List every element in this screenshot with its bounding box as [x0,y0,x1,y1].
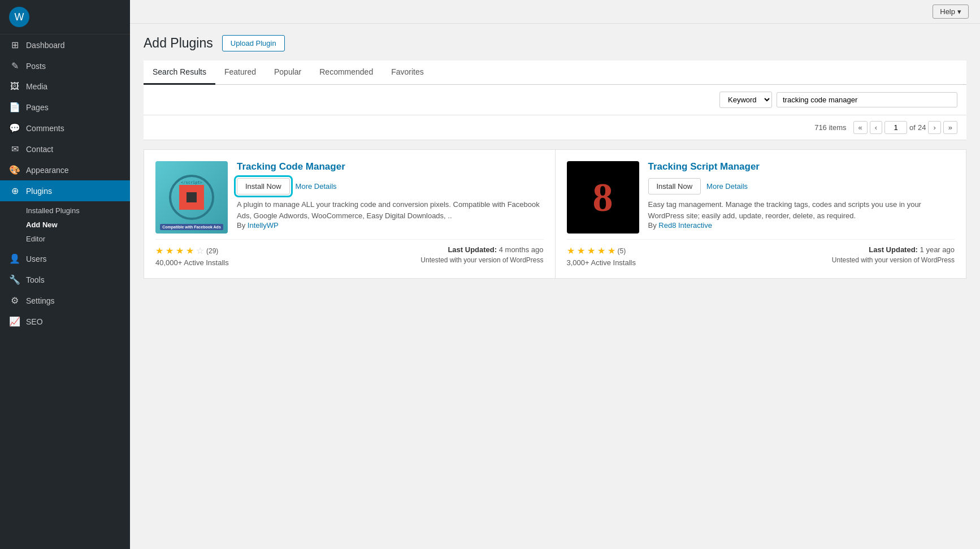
pagination-page-input[interactable] [884,121,907,134]
plugin-desc-tcm: A plugin to manage ALL your tracking cod… [237,199,544,221]
pagination-first-button[interactable]: « [853,121,868,134]
sidebar-item-label: Appearance [26,166,69,175]
sidebar-item-tools[interactable]: 🔧 Tools [0,269,130,290]
tsm-number-art: 8 [593,174,613,221]
sidebar-sub-installed-plugins[interactable]: Installed Plugins [26,204,130,218]
topbar: Help ▾ [130,0,980,24]
plugin-actions-tcm: Install Now More Details [237,178,544,194]
sidebar-item-appearance[interactable]: 🎨 Appearance [0,159,130,180]
sidebar-item-settings[interactable]: ⚙ Settings [0,290,130,311]
last-updated-value-tcm: 4 months ago [499,245,544,254]
help-button[interactable]: Help ▾ [933,5,969,19]
plugin-desc-tsm: Easy tag management. Manage the tracking… [648,199,955,221]
more-details-link-tcm[interactable]: More Details [296,182,337,191]
sidebar-item-dashboard[interactable]: ⊞ Dashboard [0,34,130,55]
upload-plugin-button[interactable]: Upload Plugin [222,35,285,51]
plugin-info-tcm: Tracking Code Manager Install Now More D… [237,161,544,234]
star-2-tsm: ★ [577,245,585,256]
last-updated-tsm: Last Updated: 1 year ago [869,245,955,254]
media-icon: 🖼 [9,81,20,92]
tools-icon: 🔧 [9,274,20,285]
plugin-card-tcm: </script> Compatible with Facebook Ads T… [144,150,555,278]
plugin-stars-tcm: ★ ★ ★ ★ ☆ (29) [155,245,229,256]
sidebar-item-media[interactable]: 🖼 Media [0,76,130,97]
sidebar-item-label: SEO [26,317,43,326]
search-row: Keyword [144,85,966,115]
dashboard-icon: ⊞ [9,40,20,50]
compat-note-tcm: Untested with your version of WordPress [420,256,543,264]
sidebar-item-label: Settings [26,296,55,305]
pagination-prev-button[interactable]: ‹ [870,121,882,134]
main-content: Help ▾ Add Plugins Upload Plugin Search … [130,0,980,549]
install-button-tsm[interactable]: Install Now [648,178,701,194]
sidebar-logo: W [0,0,130,34]
tcm-thumb-art: </script> Compatible with Facebook Ads [155,161,228,234]
star-4-tsm: ★ [597,245,605,256]
sidebar-item-posts[interactable]: ✎ Posts [0,55,130,76]
sidebar-item-pages[interactable]: 📄 Pages [0,97,130,118]
page-title: Add Plugins [144,36,213,51]
sidebar-item-contact[interactable]: ✉ Contact [0,139,130,159]
sidebar-item-label: Media [26,82,47,91]
pagination-row: 716 items « ‹ of 24 › » [144,115,966,140]
plugin-title-tsm[interactable]: Tracking Script Manager [648,161,955,172]
sidebar-item-label: Comments [26,124,64,133]
plugin-footer-right-tcm: Last Updated: 4 months ago Untested with… [420,245,543,264]
sidebar-item-label: Pages [26,103,49,112]
tab-featured[interactable]: Featured [215,60,265,85]
sidebar-item-comments[interactable]: 💬 Comments [0,118,130,139]
wordpress-icon: W [9,7,29,27]
tab-favorites[interactable]: Favorites [382,60,433,85]
pagination-total-pages: 24 [918,123,926,132]
tab-recommended[interactable]: Recommended [310,60,382,85]
sidebar-item-seo[interactable]: 📈 SEO [0,311,130,332]
pagination-of-label: of [909,123,916,132]
star-1-tsm: ★ [567,245,575,256]
plugin-footer-left-tcm: ★ ★ ★ ★ ☆ (29) 40,000+ Active Installs [155,245,229,267]
sidebar-item-label: Tools [26,275,45,284]
tsm-thumb-art: 8 [567,161,639,234]
sidebar-item-users[interactable]: 👤 Users [0,248,130,269]
active-installs-tsm: 3,000+ Active Installs [567,258,636,267]
pagination-next-button[interactable]: › [928,121,940,134]
tabs-navigation: Search Results Featured Popular Recommen… [144,60,966,85]
last-updated-label-tcm: Last Updated: [448,245,497,254]
plugin-info-tsm: Tracking Script Manager Install Now More… [648,161,955,234]
author-prefix-tsm: By [648,221,657,230]
search-input[interactable] [777,92,957,107]
tcm-code-text: </script> [181,180,202,185]
rating-count-tcm: (29) [206,247,218,255]
author-link-tcm[interactable]: IntellyWP [248,221,279,230]
sidebar-item-plugins[interactable]: ⊕ Plugins [0,180,130,201]
sidebar-item-label: Dashboard [26,41,65,50]
plugin-author-tcm: By IntellyWP [237,221,544,230]
seo-icon: 📈 [9,316,20,327]
plugin-top-tcm: </script> Compatible with Facebook Ads T… [155,161,544,234]
tab-search-results[interactable]: Search Results [144,60,215,85]
plugin-stars-tsm: ★ ★ ★ ★ ★ (5) [567,245,636,256]
install-button-tcm[interactable]: Install Now [237,178,290,194]
star-1-tcm: ★ [155,245,163,256]
pagination-last-button[interactable]: » [943,121,957,134]
tab-popular[interactable]: Popular [265,60,310,85]
page-header: Add Plugins Upload Plugin [144,35,966,51]
active-installs-tcm: 40,000+ Active Installs [155,258,229,267]
tcm-circle: </script> [169,175,214,220]
plugin-card-tsm: 8 Tracking Script Manager Install Now Mo… [556,150,966,278]
help-label: Help [940,7,955,16]
author-link-tsm[interactable]: Red8 Interactive [658,221,712,230]
search-type-select[interactable]: Keyword [719,92,772,108]
settings-icon: ⚙ [9,295,20,306]
sidebar-sub-add-new[interactable]: Add New [26,218,130,232]
sidebar-sub-editor[interactable]: Editor [26,232,130,246]
star-5-tsm: ★ [608,245,615,256]
star-4-tcm: ★ [186,245,194,256]
star-3-tcm: ★ [176,245,184,256]
sidebar-item-label: Contact [26,145,53,154]
more-details-link-tsm[interactable]: More Details [706,182,748,191]
plugin-title-tcm[interactable]: Tracking Code Manager [237,161,544,172]
last-updated-label-tsm: Last Updated: [869,245,918,254]
star-5-tcm: ☆ [196,245,204,256]
contact-icon: ✉ [9,144,20,154]
plugin-thumbnail-tsm: 8 [567,161,639,234]
